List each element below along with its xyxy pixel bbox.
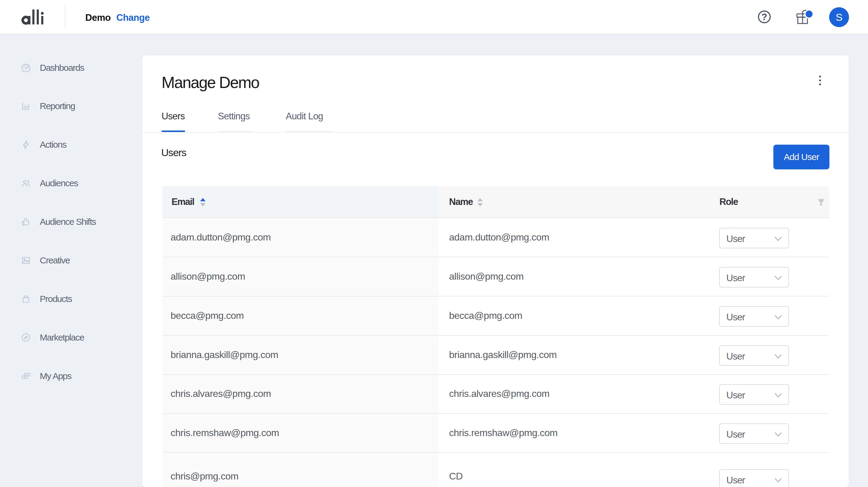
svg-text:?: ? bbox=[761, 11, 767, 22]
